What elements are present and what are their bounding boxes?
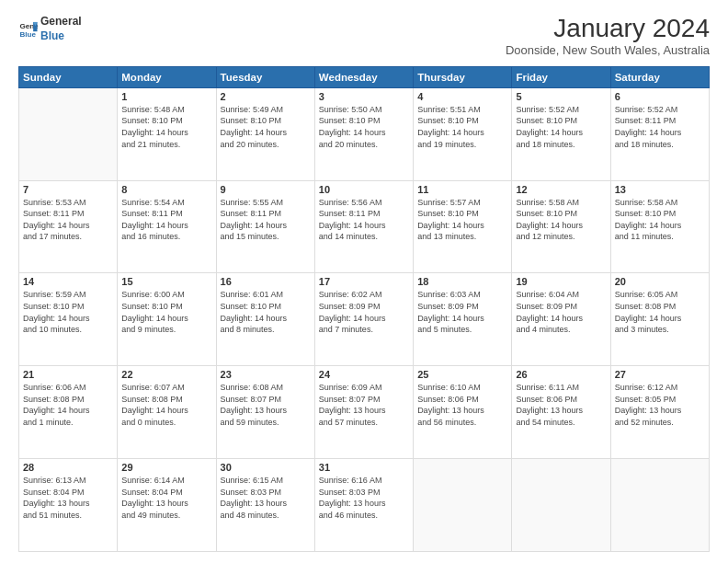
day-info: Sunrise: 6:10 AM Sunset: 8:06 PM Dayligh…	[417, 382, 507, 428]
day-info: Sunrise: 5:55 AM Sunset: 8:11 PM Dayligh…	[221, 197, 311, 243]
day-info: Sunrise: 5:57 AM Sunset: 8:10 PM Dayligh…	[417, 197, 507, 243]
calendar-cell: 24Sunrise: 6:09 AM Sunset: 8:07 PM Dayli…	[314, 366, 413, 459]
calendar-cell: 29Sunrise: 6:14 AM Sunset: 8:04 PM Dayli…	[118, 459, 216, 552]
logo: General Blue General Blue	[18, 15, 82, 43]
calendar-cell: 25Sunrise: 6:10 AM Sunset: 8:06 PM Dayli…	[414, 366, 512, 459]
day-info: Sunrise: 6:11 AM Sunset: 8:06 PM Dayligh…	[516, 382, 606, 428]
day-info: Sunrise: 6:02 AM Sunset: 8:09 PM Dayligh…	[319, 289, 409, 335]
header-saturday: Saturday	[610, 66, 709, 87]
calendar-header-row: Sunday Monday Tuesday Wednesday Thursday…	[19, 66, 710, 87]
calendar-cell: 3Sunrise: 5:50 AM Sunset: 8:10 PM Daylig…	[314, 87, 413, 180]
day-number: 1	[121, 91, 211, 102]
day-number: 12	[516, 184, 606, 195]
title-block: January 2024 Doonside, New South Wales, …	[506, 15, 710, 57]
day-info: Sunrise: 6:12 AM Sunset: 8:05 PM Dayligh…	[615, 382, 705, 428]
day-info: Sunrise: 5:59 AM Sunset: 8:10 PM Dayligh…	[23, 289, 113, 335]
day-info: Sunrise: 6:01 AM Sunset: 8:10 PM Dayligh…	[221, 289, 311, 335]
day-number: 19	[516, 276, 606, 287]
day-number: 7	[23, 184, 113, 195]
day-number: 2	[221, 91, 311, 102]
calendar-cell: 30Sunrise: 6:15 AM Sunset: 8:03 PM Dayli…	[216, 459, 314, 552]
day-number: 13	[615, 184, 705, 195]
subtitle: Doonside, New South Wales, Australia	[506, 43, 710, 57]
calendar-cell: 17Sunrise: 6:02 AM Sunset: 8:09 PM Dayli…	[314, 273, 413, 366]
calendar-cell: 31Sunrise: 6:16 AM Sunset: 8:03 PM Dayli…	[314, 459, 413, 552]
day-info: Sunrise: 6:07 AM Sunset: 8:08 PM Dayligh…	[121, 382, 211, 428]
calendar-cell: 11Sunrise: 5:57 AM Sunset: 8:10 PM Dayli…	[414, 180, 512, 273]
calendar-cell: 9Sunrise: 5:55 AM Sunset: 8:11 PM Daylig…	[216, 180, 314, 273]
logo-icon: General Blue	[18, 19, 39, 40]
week-row-5: 28Sunrise: 6:13 AM Sunset: 8:04 PM Dayli…	[19, 459, 710, 552]
calendar-cell	[512, 459, 610, 552]
day-info: Sunrise: 5:56 AM Sunset: 8:11 PM Dayligh…	[319, 197, 409, 243]
main-title: January 2024	[506, 15, 710, 43]
day-number: 21	[23, 369, 113, 380]
calendar-cell: 7Sunrise: 5:53 AM Sunset: 8:11 PM Daylig…	[19, 180, 118, 273]
header-friday: Friday	[512, 66, 610, 87]
week-row-1: 1Sunrise: 5:48 AM Sunset: 8:10 PM Daylig…	[19, 87, 710, 180]
day-number: 15	[121, 276, 211, 287]
header-sunday: Sunday	[19, 66, 118, 87]
day-number: 16	[221, 276, 311, 287]
day-number: 25	[417, 369, 507, 380]
calendar-cell: 19Sunrise: 6:04 AM Sunset: 8:09 PM Dayli…	[512, 273, 610, 366]
day-number: 9	[221, 184, 311, 195]
calendar-cell: 8Sunrise: 5:54 AM Sunset: 8:11 PM Daylig…	[118, 180, 216, 273]
day-number: 20	[615, 276, 705, 287]
week-row-4: 21Sunrise: 6:06 AM Sunset: 8:08 PM Dayli…	[19, 366, 710, 459]
day-number: 31	[319, 462, 409, 473]
day-info: Sunrise: 5:48 AM Sunset: 8:10 PM Dayligh…	[121, 104, 211, 150]
calendar-cell	[19, 87, 118, 180]
header-tuesday: Tuesday	[216, 66, 314, 87]
day-number: 24	[319, 369, 409, 380]
calendar-cell: 13Sunrise: 5:58 AM Sunset: 8:10 PM Dayli…	[610, 180, 709, 273]
header-monday: Monday	[118, 66, 216, 87]
day-info: Sunrise: 5:51 AM Sunset: 8:10 PM Dayligh…	[417, 104, 507, 150]
day-number: 26	[516, 369, 606, 380]
day-info: Sunrise: 6:08 AM Sunset: 8:07 PM Dayligh…	[221, 382, 311, 428]
day-info: Sunrise: 5:53 AM Sunset: 8:11 PM Dayligh…	[23, 197, 113, 243]
svg-text:Blue: Blue	[19, 30, 36, 39]
day-info: Sunrise: 5:52 AM Sunset: 8:10 PM Dayligh…	[516, 104, 606, 150]
calendar-cell	[610, 459, 709, 552]
day-number: 10	[319, 184, 409, 195]
calendar-cell: 6Sunrise: 5:52 AM Sunset: 8:11 PM Daylig…	[610, 87, 709, 180]
day-info: Sunrise: 6:15 AM Sunset: 8:03 PM Dayligh…	[221, 475, 311, 521]
week-row-2: 7Sunrise: 5:53 AM Sunset: 8:11 PM Daylig…	[19, 180, 710, 273]
calendar-cell: 21Sunrise: 6:06 AM Sunset: 8:08 PM Dayli…	[19, 366, 118, 459]
calendar-cell: 26Sunrise: 6:11 AM Sunset: 8:06 PM Dayli…	[512, 366, 610, 459]
day-number: 14	[23, 276, 113, 287]
day-info: Sunrise: 5:49 AM Sunset: 8:10 PM Dayligh…	[221, 104, 311, 150]
day-number: 18	[417, 276, 507, 287]
calendar-cell: 14Sunrise: 5:59 AM Sunset: 8:10 PM Dayli…	[19, 273, 118, 366]
day-info: Sunrise: 5:54 AM Sunset: 8:11 PM Dayligh…	[121, 197, 211, 243]
calendar-cell: 23Sunrise: 6:08 AM Sunset: 8:07 PM Dayli…	[216, 366, 314, 459]
day-number: 4	[417, 91, 507, 102]
day-number: 23	[221, 369, 311, 380]
day-number: 8	[121, 184, 211, 195]
day-info: Sunrise: 6:13 AM Sunset: 8:04 PM Dayligh…	[23, 475, 113, 521]
calendar-cell	[414, 459, 512, 552]
day-number: 3	[319, 91, 409, 102]
calendar-cell: 12Sunrise: 5:58 AM Sunset: 8:10 PM Dayli…	[512, 180, 610, 273]
day-info: Sunrise: 6:14 AM Sunset: 8:04 PM Dayligh…	[121, 475, 211, 521]
day-info: Sunrise: 6:03 AM Sunset: 8:09 PM Dayligh…	[417, 289, 507, 335]
page: General Blue General Blue January 2024 D…	[0, 0, 728, 563]
day-number: 29	[121, 462, 211, 473]
calendar-cell: 16Sunrise: 6:01 AM Sunset: 8:10 PM Dayli…	[216, 273, 314, 366]
day-info: Sunrise: 5:58 AM Sunset: 8:10 PM Dayligh…	[516, 197, 606, 243]
day-info: Sunrise: 6:00 AM Sunset: 8:10 PM Dayligh…	[121, 289, 211, 335]
calendar-cell: 22Sunrise: 6:07 AM Sunset: 8:08 PM Dayli…	[118, 366, 216, 459]
header-thursday: Thursday	[414, 66, 512, 87]
calendar-table: Sunday Monday Tuesday Wednesday Thursday…	[18, 66, 710, 552]
day-info: Sunrise: 5:50 AM Sunset: 8:10 PM Dayligh…	[319, 104, 409, 150]
calendar-cell: 1Sunrise: 5:48 AM Sunset: 8:10 PM Daylig…	[118, 87, 216, 180]
day-info: Sunrise: 6:06 AM Sunset: 8:08 PM Dayligh…	[23, 382, 113, 428]
day-info: Sunrise: 6:16 AM Sunset: 8:03 PM Dayligh…	[319, 475, 409, 521]
day-number: 6	[615, 91, 705, 102]
logo-blue: Blue	[40, 29, 82, 44]
calendar-cell: 15Sunrise: 6:00 AM Sunset: 8:10 PM Dayli…	[118, 273, 216, 366]
calendar-cell: 18Sunrise: 6:03 AM Sunset: 8:09 PM Dayli…	[414, 273, 512, 366]
day-info: Sunrise: 6:04 AM Sunset: 8:09 PM Dayligh…	[516, 289, 606, 335]
day-number: 27	[615, 369, 705, 380]
